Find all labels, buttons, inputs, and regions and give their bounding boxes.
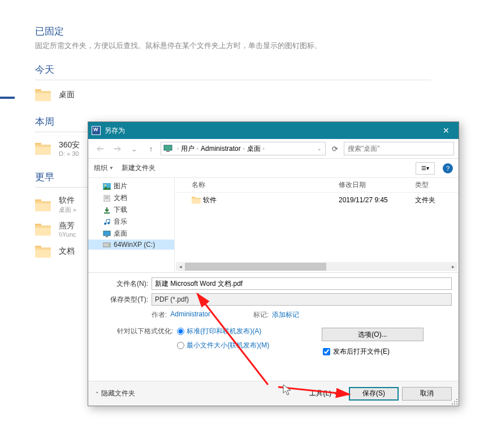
folder-sublabel: 桌面 » [59,206,76,214]
filetype-select[interactable]: PDF (*.pdf) [152,293,452,306]
chevron-down-icon[interactable]: ⌄ [127,142,141,155]
cancel-button[interactable]: 取消 [402,387,452,401]
desktop-icon [103,230,111,237]
tool-row: 组织 ▼ 新建文件夹 ☰▾ ? [88,159,459,178]
folder-label: 软件 [59,195,76,206]
list-item[interactable]: 软件 2019/11/27 9:45 文件夹 [175,193,459,207]
new-folder-button[interactable]: 新建文件夹 [122,163,155,173]
folder-sublabel: D: » 30 [59,150,80,157]
folder-icon [35,198,51,212]
svg-point-28 [109,245,110,246]
close-button[interactable]: ✕ [434,122,459,139]
col-type[interactable]: 类型 [409,180,449,190]
breadcrumb-part[interactable]: 桌面 [247,144,261,154]
tree-item-documents[interactable]: 文档 [88,192,174,204]
folder-icon [35,223,51,236]
svg-rect-16 [166,151,170,152]
folder-icon [35,88,51,102]
author-label: 作者: [152,310,170,320]
search-box[interactable] [344,142,454,155]
folder-icon [35,245,51,258]
open-after-checkbox[interactable]: 发布后打开文件(E) [323,347,452,356]
pinned-title: 已固定 [35,25,431,38]
tags-label: 标记: [253,310,272,320]
file-listing[interactable]: 名称 修改日期 类型 软件 2019/11/27 9:45 文件夹 ◂▸ [175,178,459,272]
col-name[interactable]: 名称 [186,180,333,190]
scroll-left-icon[interactable]: ◂ [176,262,185,271]
folder-label: 文档 [59,246,75,256]
filename-input[interactable] [152,277,452,290]
nav-back-button[interactable]: 🡠 [93,142,107,155]
filename-label: 文件名(N): [95,279,152,289]
save-button[interactable]: 保存(S) [349,387,399,401]
organize-button[interactable]: 组织 ▼ [94,163,114,173]
hide-folders-button[interactable]: ⌃ 隐藏文件夹 [95,389,135,398]
filetype-label: 保存类型(T): [95,295,152,305]
folder-label: 燕芳 [59,221,76,231]
svg-point-23 [104,223,106,225]
nav-forward-button: 🡢 [110,142,124,155]
breadcrumb[interactable]: › 用户› Administrator› 桌面› ⌄ [161,142,326,155]
horizontal-scrollbar[interactable]: ◂▸ [176,262,457,271]
tree-item-drive-c[interactable]: 64WinXP (C:) [88,240,174,250]
svg-rect-14 [35,250,51,258]
scroll-right-icon[interactable]: ▸ [448,262,457,271]
folder-tree[interactable]: 图片 文档 下载 音乐 桌面 64WinXP (C:) [88,178,175,272]
nav-up-button[interactable]: ↑ [144,142,158,155]
word-app-icon [92,126,101,135]
pinned-desc: 固定所需文件夹，方便以后查找。鼠标悬停在某个文件夹上方时，单击显示的图钉图标。 [35,41,431,51]
svg-rect-8 [35,203,51,211]
svg-rect-2 [35,93,51,101]
tree-item-desktop[interactable]: 桌面 [88,228,174,240]
documents-icon [103,195,111,202]
view-button[interactable]: ☰▾ [416,162,435,175]
folder-label: 360安 [59,140,80,150]
today-title: 今天 [35,63,431,76]
svg-rect-15 [164,145,172,150]
titlebar[interactable]: 另存为 ✕ [88,122,459,139]
svg-rect-26 [106,236,108,237]
dialog-footer: ⌃ 隐藏文件夹 工具(L) ▼ 保存(S) 取消 [88,381,459,406]
svg-rect-31 [192,199,201,204]
svg-rect-25 [103,231,110,236]
dialog-title: 另存为 [105,126,434,136]
recent-folder[interactable]: 桌面 [35,85,431,105]
folder-icon [192,196,201,204]
tree-item-pictures[interactable]: 图片 [88,180,174,192]
folder-label: 桌面 [59,90,75,100]
svg-point-18 [105,184,106,186]
breadcrumb-part[interactable]: 用户 [181,144,195,154]
opt-min-radio[interactable]: 最小文件大小(联机发布)(M) [177,341,269,350]
author-value[interactable]: Administrator [170,310,210,320]
search-input[interactable] [348,145,450,153]
optimize-label: 针对以下格式优化: [105,327,173,336]
options-button[interactable]: 选项(O)... [322,328,424,341]
save-as-dialog: 另存为 ✕ 🡠 🡢 ⌄ ↑ › 用户› Administrator› 桌面› ⌄… [88,121,459,406]
resize-grip[interactable] [451,398,457,404]
tree-item-music[interactable]: 音乐 [88,216,174,228]
drive-icon [103,241,111,248]
pictures-icon [103,183,111,190]
svg-rect-11 [35,228,51,236]
nav-row: 🡠 🡢 ⌄ ↑ › 用户› Administrator› 桌面› ⌄ ⟳ [88,139,459,159]
col-date[interactable]: 修改日期 [333,180,409,190]
tree-item-downloads[interactable]: 下载 [88,204,174,216]
tags-value[interactable]: 添加标记 [272,310,299,320]
opt-standard-radio[interactable]: 标准(打印和联机发布)(A) [177,327,269,336]
chevron-up-icon: ⌃ [95,391,100,397]
tools-dropdown[interactable]: 工具(L) ▼ [309,389,338,398]
pc-icon [163,145,172,153]
downloads-icon [103,207,111,214]
selection-indicator [0,97,15,99]
folder-icon [35,142,51,155]
scroll-thumb[interactable] [185,263,326,271]
breadcrumb-part[interactable]: Administrator [201,145,241,153]
refresh-button[interactable]: ⟳ [328,142,342,155]
music-icon [103,219,111,225]
folder-sublabel: \\Yunc [59,231,76,238]
svg-rect-5 [35,147,51,155]
svg-point-24 [107,222,110,224]
help-button[interactable]: ? [443,163,453,173]
list-header[interactable]: 名称 修改日期 类型 [175,178,459,193]
